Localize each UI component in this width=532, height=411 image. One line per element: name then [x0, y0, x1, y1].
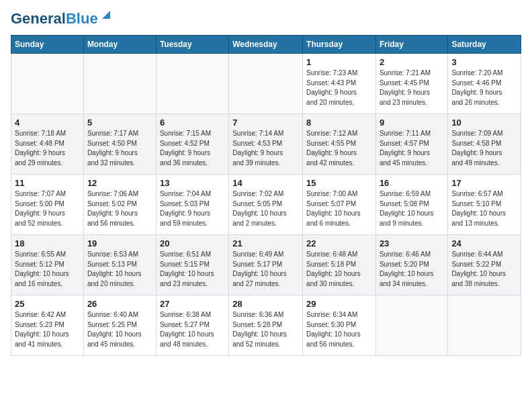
- calendar-cell: 1Sunrise: 7:23 AM Sunset: 4:43 PM Daylig…: [303, 54, 376, 114]
- calendar-table: SundayMondayTuesdayWednesdayThursdayFrid…: [11, 35, 521, 356]
- day-number: 18: [15, 238, 80, 248]
- calendar-cell: [448, 295, 521, 356]
- day-info-text: Sunrise: 7:07 AM Sunset: 5:00 PM Dayligh…: [15, 189, 80, 228]
- weekday-header-tuesday: Tuesday: [156, 36, 228, 54]
- calendar-cell: 15Sunrise: 7:00 AM Sunset: 5:07 PM Dayli…: [303, 175, 376, 235]
- calendar-cell: [229, 54, 303, 114]
- day-info-text: Sunrise: 7:15 AM Sunset: 4:52 PM Dayligh…: [160, 129, 225, 168]
- day-number: 22: [306, 238, 372, 248]
- calendar-cell: 9Sunrise: 7:11 AM Sunset: 4:57 PM Daylig…: [375, 114, 447, 175]
- logo-text: GeneralBlue: [11, 11, 98, 27]
- day-number: 11: [15, 178, 80, 188]
- calendar-cell: 29Sunrise: 6:34 AM Sunset: 5:30 PM Dayli…: [303, 295, 376, 356]
- day-info-text: Sunrise: 7:02 AM Sunset: 5:05 PM Dayligh…: [232, 189, 299, 228]
- day-info-text: Sunrise: 6:53 AM Sunset: 5:13 PM Dayligh…: [87, 250, 152, 289]
- day-info-text: Sunrise: 6:49 AM Sunset: 5:17 PM Dayligh…: [232, 250, 299, 289]
- day-info-text: Sunrise: 7:06 AM Sunset: 5:02 PM Dayligh…: [87, 189, 152, 228]
- day-number: 29: [306, 299, 372, 309]
- day-info-text: Sunrise: 6:59 AM Sunset: 5:08 PM Dayligh…: [380, 189, 444, 228]
- logo-arrow-icon: [99, 8, 113, 21]
- calendar-cell: 27Sunrise: 6:38 AM Sunset: 5:27 PM Dayli…: [156, 295, 228, 356]
- day-number: 24: [451, 238, 517, 248]
- weekday-header-wednesday: Wednesday: [229, 36, 303, 54]
- day-info-text: Sunrise: 7:00 AM Sunset: 5:07 PM Dayligh…: [306, 189, 372, 228]
- calendar-week-row: 25Sunrise: 6:42 AM Sunset: 5:23 PM Dayli…: [11, 295, 521, 356]
- day-info-text: Sunrise: 7:18 AM Sunset: 4:48 PM Dayligh…: [15, 129, 80, 168]
- calendar-cell: 22Sunrise: 6:48 AM Sunset: 5:18 PM Dayli…: [303, 235, 376, 295]
- day-info-text: Sunrise: 6:51 AM Sunset: 5:15 PM Dayligh…: [160, 250, 225, 289]
- day-info-text: Sunrise: 6:40 AM Sunset: 5:25 PM Dayligh…: [87, 310, 152, 349]
- weekday-header-sunday: Sunday: [11, 36, 84, 54]
- day-number: 8: [306, 118, 372, 128]
- day-number: 25: [15, 299, 80, 309]
- day-info-text: Sunrise: 7:04 AM Sunset: 5:03 PM Dayligh…: [160, 189, 225, 228]
- calendar-cell: [156, 54, 228, 114]
- calendar-cell: [375, 295, 447, 356]
- weekday-header-friday: Friday: [375, 36, 447, 54]
- day-info-text: Sunrise: 7:14 AM Sunset: 4:53 PM Dayligh…: [232, 129, 299, 168]
- calendar-cell: 21Sunrise: 6:49 AM Sunset: 5:17 PM Dayli…: [229, 235, 303, 295]
- calendar-cell: 26Sunrise: 6:40 AM Sunset: 5:25 PM Dayli…: [83, 295, 156, 356]
- day-number: 17: [451, 178, 517, 188]
- day-number: 26: [87, 299, 152, 309]
- day-number: 9: [380, 118, 444, 128]
- day-number: 2: [380, 57, 444, 67]
- calendar-cell: 3Sunrise: 7:20 AM Sunset: 4:46 PM Daylig…: [448, 54, 521, 114]
- day-info-text: Sunrise: 6:57 AM Sunset: 5:10 PM Dayligh…: [451, 189, 517, 228]
- calendar-cell: 28Sunrise: 6:36 AM Sunset: 5:28 PM Dayli…: [229, 295, 303, 356]
- calendar-week-row: 1Sunrise: 7:23 AM Sunset: 4:43 PM Daylig…: [11, 54, 521, 114]
- calendar-cell: 24Sunrise: 6:44 AM Sunset: 5:22 PM Dayli…: [448, 235, 521, 295]
- calendar-cell: 19Sunrise: 6:53 AM Sunset: 5:13 PM Dayli…: [83, 235, 156, 295]
- day-number: 6: [160, 118, 225, 128]
- day-number: 1: [306, 57, 372, 67]
- calendar-cell: 4Sunrise: 7:18 AM Sunset: 4:48 PM Daylig…: [11, 114, 84, 175]
- calendar-cell: 10Sunrise: 7:09 AM Sunset: 4:58 PM Dayli…: [448, 114, 521, 175]
- calendar-cell: 16Sunrise: 6:59 AM Sunset: 5:08 PM Dayli…: [375, 175, 447, 235]
- day-info-text: Sunrise: 6:55 AM Sunset: 5:12 PM Dayligh…: [15, 250, 80, 289]
- calendar-cell: [11, 54, 84, 114]
- calendar-cell: 7Sunrise: 7:14 AM Sunset: 4:53 PM Daylig…: [229, 114, 303, 175]
- day-info-text: Sunrise: 6:42 AM Sunset: 5:23 PM Dayligh…: [15, 310, 80, 349]
- day-info-text: Sunrise: 7:21 AM Sunset: 4:45 PM Dayligh…: [380, 68, 444, 107]
- calendar-cell: 2Sunrise: 7:21 AM Sunset: 4:45 PM Daylig…: [375, 54, 447, 114]
- day-number: 19: [87, 238, 152, 248]
- logo: GeneralBlue: [11, 11, 113, 27]
- calendar-cell: 11Sunrise: 7:07 AM Sunset: 5:00 PM Dayli…: [11, 175, 84, 235]
- day-info-text: Sunrise: 6:46 AM Sunset: 5:20 PM Dayligh…: [380, 250, 444, 289]
- calendar-cell: 14Sunrise: 7:02 AM Sunset: 5:05 PM Dayli…: [229, 175, 303, 235]
- day-info-text: Sunrise: 7:17 AM Sunset: 4:50 PM Dayligh…: [87, 129, 152, 168]
- day-number: 3: [451, 57, 517, 67]
- day-number: 28: [232, 299, 299, 309]
- day-info-text: Sunrise: 7:12 AM Sunset: 4:55 PM Dayligh…: [306, 129, 372, 168]
- day-number: 10: [451, 118, 517, 128]
- day-number: 5: [87, 118, 152, 128]
- calendar-cell: [83, 54, 156, 114]
- day-number: 4: [15, 118, 80, 128]
- day-number: 23: [380, 238, 444, 248]
- day-number: 13: [160, 178, 225, 188]
- weekday-header-monday: Monday: [83, 36, 156, 54]
- day-info-text: Sunrise: 7:11 AM Sunset: 4:57 PM Dayligh…: [380, 129, 444, 168]
- calendar-week-row: 18Sunrise: 6:55 AM Sunset: 5:12 PM Dayli…: [11, 235, 521, 295]
- calendar-week-row: 4Sunrise: 7:18 AM Sunset: 4:48 PM Daylig…: [11, 114, 521, 175]
- weekday-header-saturday: Saturday: [448, 36, 521, 54]
- day-info-text: Sunrise: 7:20 AM Sunset: 4:46 PM Dayligh…: [451, 68, 517, 107]
- day-info-text: Sunrise: 6:36 AM Sunset: 5:28 PM Dayligh…: [232, 310, 299, 349]
- day-info-text: Sunrise: 6:38 AM Sunset: 5:27 PM Dayligh…: [160, 310, 225, 349]
- calendar-cell: 18Sunrise: 6:55 AM Sunset: 5:12 PM Dayli…: [11, 235, 84, 295]
- calendar-cell: 25Sunrise: 6:42 AM Sunset: 5:23 PM Dayli…: [11, 295, 84, 356]
- day-info-text: Sunrise: 6:44 AM Sunset: 5:22 PM Dayligh…: [451, 250, 517, 289]
- day-number: 14: [232, 178, 299, 188]
- page-header: GeneralBlue: [11, 11, 521, 27]
- calendar-cell: 8Sunrise: 7:12 AM Sunset: 4:55 PM Daylig…: [303, 114, 376, 175]
- day-number: 15: [306, 178, 372, 188]
- calendar-cell: 20Sunrise: 6:51 AM Sunset: 5:15 PM Dayli…: [156, 235, 228, 295]
- day-number: 7: [232, 118, 299, 128]
- calendar-cell: 12Sunrise: 7:06 AM Sunset: 5:02 PM Dayli…: [83, 175, 156, 235]
- day-number: 20: [160, 238, 225, 248]
- calendar-cell: 23Sunrise: 6:46 AM Sunset: 5:20 PM Dayli…: [375, 235, 447, 295]
- calendar-cell: 6Sunrise: 7:15 AM Sunset: 4:52 PM Daylig…: [156, 114, 228, 175]
- day-info-text: Sunrise: 7:09 AM Sunset: 4:58 PM Dayligh…: [451, 129, 517, 168]
- day-info-text: Sunrise: 6:48 AM Sunset: 5:18 PM Dayligh…: [306, 250, 372, 289]
- calendar-cell: 5Sunrise: 7:17 AM Sunset: 4:50 PM Daylig…: [83, 114, 156, 175]
